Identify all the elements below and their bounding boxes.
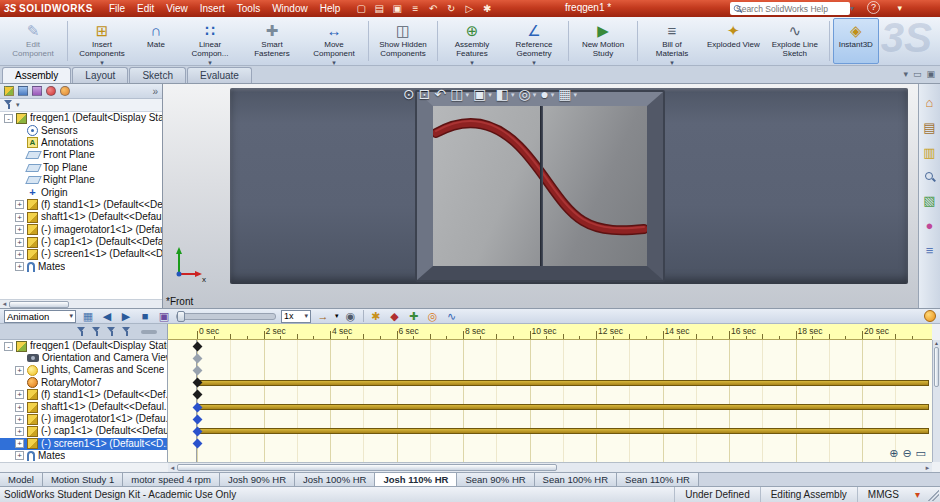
doc-tab-sean-110-hr[interactable]: Sean 110% HR	[617, 473, 699, 486]
playback-speed-select[interactable]: 1x▾	[281, 310, 311, 323]
ribbon-button-edit-component[interactable]: Edit Component	[2, 18, 64, 64]
rebuild-icon[interactable]: ↻	[444, 2, 458, 15]
dimxpertmanager-tab-icon[interactable]	[46, 86, 56, 96]
expander-icon[interactable]: +	[15, 415, 24, 424]
expander-icon[interactable]: +	[15, 451, 24, 460]
tree-item-mates[interactable]: +Mates	[0, 261, 162, 273]
timebar-slider[interactable]	[176, 313, 276, 320]
ribbon-button-exploded-view[interactable]: Exploded View	[703, 18, 764, 64]
expander-icon[interactable]: +	[15, 390, 24, 399]
tab-evaluate[interactable]: Evaluate	[187, 67, 252, 83]
zoom-fit-icon[interactable]: ⊙	[403, 86, 415, 103]
motionmanager-toggle-icon[interactable]	[924, 310, 936, 322]
tree-item-item[interactable]: +(-) cap1<1> (Default<<Defaul...	[0, 425, 167, 437]
ribbon-window-icon[interactable]: ▭	[913, 69, 922, 79]
tree-item-shaft1-1[interactable]: +shaft1<1> (Default<<Defaul...	[0, 401, 167, 413]
model-screen-frame[interactable]	[417, 92, 663, 280]
tree-item-sensors[interactable]: Sensors	[0, 124, 162, 136]
chevron-down-icon[interactable]: ▾	[551, 91, 555, 99]
menu-window[interactable]: Window	[266, 2, 314, 15]
expander-icon[interactable]: +	[15, 403, 24, 412]
chevron-down-icon[interactable]: ▾	[465, 91, 469, 99]
menu-tools[interactable]: Tools	[231, 2, 266, 15]
save-icon[interactable]: ▣	[390, 2, 404, 15]
menu-insert[interactable]: Insert	[194, 2, 231, 15]
filter-driving-icon[interactable]	[107, 327, 116, 337]
configurationmanager-tab-icon[interactable]	[32, 86, 42, 96]
splitter-handle[interactable]	[141, 330, 157, 334]
expander-icon[interactable]: -	[4, 114, 13, 123]
scroll-left-icon[interactable]: ◄	[168, 465, 177, 471]
keyframe-diamond[interactable]	[192, 366, 202, 376]
tree-item-annotations[interactable]: Annotations	[0, 137, 162, 149]
expander-icon[interactable]: +	[15, 238, 24, 247]
filter-animated-icon[interactable]	[92, 327, 101, 337]
custom-properties-icon[interactable]: ≡	[926, 244, 934, 258]
tree-item-origin[interactable]: Origin	[0, 186, 162, 198]
loop-mode-icon[interactable]: →	[316, 309, 330, 323]
select-icon[interactable]: ▷	[462, 2, 476, 15]
titlebar-caret-icon[interactable]: ▾	[897, 3, 902, 13]
doc-tab-josh-90-hr[interactable]: Josh 90% HR	[220, 473, 295, 486]
panel-chevron-icon[interactable]: »	[152, 86, 158, 97]
search-icon[interactable]	[924, 171, 936, 183]
previous-view-icon[interactable]: ↶	[434, 86, 446, 103]
calculate-icon[interactable]: ▦	[81, 309, 95, 323]
feature-tree-hscrollbar[interactable]: ◄	[0, 299, 163, 308]
file-explorer-icon[interactable]: ▥	[923, 146, 935, 160]
featuremanager-tab-icon[interactable]	[4, 86, 14, 96]
displaymanager-tab-icon[interactable]	[60, 86, 70, 96]
tree-item-item[interactable]: +(-) imagerotator1<1> (Defau...	[0, 224, 162, 236]
timeline-change-bar[interactable]	[197, 428, 929, 434]
chevron-down-icon[interactable]: ▾	[335, 312, 339, 320]
play-icon[interactable]: ▶	[119, 309, 133, 323]
ribbon-button-instant3d[interactable]: Instant3D	[833, 18, 879, 64]
chevron-down-icon[interactable]: ▾	[573, 91, 577, 99]
keyframe-diamond[interactable]	[192, 353, 202, 363]
keyframe-diamond[interactable]	[192, 439, 202, 449]
expander-icon[interactable]: +	[15, 262, 24, 271]
expander-icon[interactable]: +	[15, 250, 24, 259]
expander-icon[interactable]: +	[15, 366, 24, 375]
tree-item-freqgen1[interactable]: -freqgen1 (Default<Display State	[0, 340, 167, 352]
keyframe-diamond[interactable]	[192, 341, 202, 351]
tab-layout[interactable]: Layout	[72, 67, 128, 83]
menu-edit[interactable]: Edit	[131, 2, 160, 15]
menu-file[interactable]: File	[103, 2, 131, 15]
tab-assembly[interactable]: Assembly	[2, 67, 71, 83]
stop-icon[interactable]: ■	[138, 309, 152, 323]
ribbon-button-new-motion-study[interactable]: New Motion Study	[572, 18, 634, 64]
hscrollbar-thumb[interactable]	[177, 464, 557, 471]
tree-item-f[interactable]: +(f) stand1<1> (Default<<Def...	[0, 199, 162, 211]
tree-item-item[interactable]: +(-) cap1<1> (Default<<Defaul...	[0, 236, 162, 248]
camera-view-icon[interactable]: ◉	[344, 309, 358, 323]
tree-item-item[interactable]: +(-) imagerotator1<1> (Defau...	[0, 413, 167, 425]
tree-item-right[interactable]: Right Plane	[0, 174, 162, 186]
chevron-down-icon[interactable]: ▾	[511, 91, 515, 99]
tree-item-rotarymotor7[interactable]: RotaryMotor7	[0, 377, 167, 389]
expander-icon[interactable]: +	[15, 225, 24, 234]
timeline-hscrollbar[interactable]: ◄ ►	[168, 462, 932, 472]
propertymanager-tab-icon[interactable]	[18, 86, 28, 96]
expander-icon[interactable]: +	[15, 200, 24, 209]
resources-icon[interactable]: ⌂	[926, 96, 934, 110]
hide-show-icon[interactable]: ◎	[518, 86, 530, 103]
doc-tab-motor-speed-4-rpm[interactable]: motor speed 4 rpm	[123, 473, 220, 486]
animation-wizard-icon[interactable]: ✱	[369, 309, 383, 323]
ribbon-button-linear-compon[interactable]: Linear Compon...▾	[179, 18, 241, 64]
filter-caret-icon[interactable]: ▾	[16, 101, 20, 109]
chevron-down-icon[interactable]: ▾	[533, 91, 537, 99]
view-orientation-icon[interactable]: ▣	[473, 86, 486, 103]
doc-tab-sean-100-hr[interactable]: Sean 100% HR	[535, 473, 617, 486]
display-style-icon[interactable]: ◧	[496, 86, 509, 103]
timeline-zoom-out-icon[interactable]: ⊖	[902, 447, 911, 460]
scene-icon[interactable]: ▦	[558, 86, 571, 103]
appearances-icon[interactable]: ●	[926, 219, 934, 233]
doc-tab-sean-90-hr[interactable]: Sean 90% HR	[457, 473, 534, 486]
help-search-box[interactable]: ▾	[730, 2, 850, 15]
chevron-down-icon[interactable]: ▾	[488, 91, 492, 99]
help-icon[interactable]: ?	[867, 1, 880, 14]
timeline-zoom-in-icon[interactable]: ⊕	[889, 447, 898, 460]
doc-tab-josh-110-hr[interactable]: Josh 110% HR	[375, 473, 457, 486]
section-view-icon[interactable]: ◫	[450, 86, 463, 103]
